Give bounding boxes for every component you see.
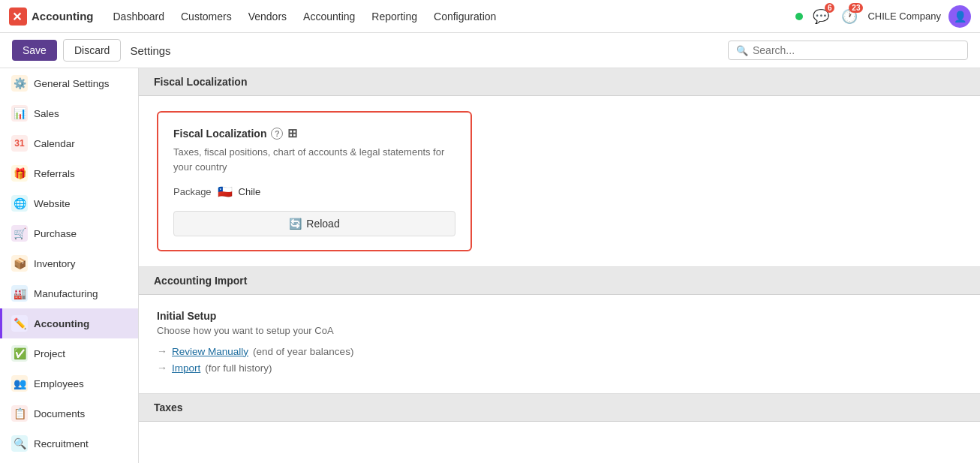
clock-button[interactable]: 🕐 23: [839, 6, 860, 27]
sidebar-item-inventory[interactable]: 📦 Inventory: [0, 248, 138, 278]
sidebar-item-general-settings[interactable]: ⚙️ General Settings: [0, 68, 138, 98]
sidebar-label-documents: Documents: [34, 408, 85, 419]
sidebar-label-calendar: Calendar: [34, 138, 75, 149]
search-container: 🔍: [728, 41, 968, 60]
sidebar-item-referrals[interactable]: 🎁 Referrals: [0, 158, 138, 188]
brand[interactable]: ✕ Accounting: [9, 8, 94, 26]
project-icon: ✅: [11, 345, 28, 362]
sidebar-label-manufacturing: Manufacturing: [34, 288, 98, 299]
sidebar-item-purchase[interactable]: 🛒 Purchase: [0, 218, 138, 248]
messages-badge: 6: [825, 3, 835, 13]
sidebar-item-employees[interactable]: 👥 Employees: [0, 368, 138, 398]
fiscal-localization-title: Fiscal Localization: [154, 76, 247, 88]
avatar[interactable]: 👤: [948, 5, 971, 28]
calendar-icon: 31: [11, 135, 28, 152]
recruitment-icon: 🔍: [11, 435, 28, 452]
sidebar-label-general-settings: General Settings: [34, 78, 110, 89]
sidebar-item-documents[interactable]: 📋 Documents: [0, 398, 138, 428]
package-row: Package 🇨🇱 Chile: [173, 185, 455, 199]
accounting-import-section-header: Accounting Import: [139, 267, 980, 295]
reload-label: Reload: [306, 218, 339, 230]
review-manually-label[interactable]: Review Manually: [172, 346, 248, 357]
sidebar-item-calendar[interactable]: 31 Calendar: [0, 128, 138, 158]
taxes-section-header: Taxes: [139, 394, 980, 422]
sidebar: ⚙️ General Settings 📊 Sales 31 Calendar …: [0, 68, 139, 463]
brand-icon: ✕: [9, 8, 27, 26]
website-icon: 🌐: [11, 195, 28, 212]
sidebar-label-sales: Sales: [34, 108, 59, 119]
accounting-import-title: Accounting Import: [154, 275, 247, 287]
nav-customers[interactable]: Customers: [173, 6, 239, 27]
actionbar: Save Discard Settings 🔍: [0, 33, 980, 68]
referrals-icon: 🎁: [11, 165, 28, 182]
import-link[interactable]: → Import (for full history): [157, 362, 962, 374]
nav-reporting[interactable]: Reporting: [364, 6, 425, 27]
topnav-menu: Dashboard Customers Vendors Accounting R…: [106, 6, 796, 27]
manufacturing-icon: 🏭: [11, 285, 28, 302]
status-indicator: [795, 13, 803, 20]
clock-badge: 23: [849, 3, 863, 13]
nav-configuration[interactable]: Configuration: [426, 6, 504, 27]
chile-flag-icon: 🇨🇱: [218, 185, 233, 199]
sidebar-label-inventory: Inventory: [34, 258, 76, 269]
sidebar-label-purchase: Purchase: [34, 228, 77, 239]
messages-button[interactable]: 💬 6: [810, 6, 831, 27]
sidebar-label-recruitment: Recruitment: [34, 438, 89, 449]
fiscal-localization-card: Fiscal Localization ? ⊞ Taxes, fiscal po…: [157, 111, 472, 251]
sales-icon: 📊: [11, 105, 28, 122]
sidebar-item-accounting[interactable]: ✏️ Accounting: [0, 308, 138, 338]
brand-name: Accounting: [32, 10, 94, 23]
sidebar-label-project: Project: [34, 348, 65, 359]
grid-icon[interactable]: ⊞: [287, 126, 297, 140]
search-input[interactable]: [753, 44, 960, 56]
help-icon[interactable]: ?: [271, 128, 283, 140]
page-title: Settings: [130, 44, 170, 57]
documents-icon: 📋: [11, 405, 28, 422]
company-name: CHILE Company: [867, 11, 941, 22]
accounting-icon: ✏️: [11, 315, 28, 332]
content-area: Fiscal Localization Fiscal Localization …: [139, 68, 980, 463]
fiscal-card-title-row: Fiscal Localization ? ⊞: [173, 126, 455, 140]
sidebar-item-website[interactable]: 🌐 Website: [0, 188, 138, 218]
nav-dashboard[interactable]: Dashboard: [106, 6, 173, 27]
reload-button[interactable]: 🔄 Reload: [173, 211, 455, 236]
main-layout: ⚙️ General Settings 📊 Sales 31 Calendar …: [0, 68, 980, 463]
taxes-title: Taxes: [154, 401, 183, 413]
employees-icon: 👥: [11, 375, 28, 392]
search-icon: 🔍: [736, 45, 748, 56]
sidebar-item-manufacturing[interactable]: 🏭 Manufacturing: [0, 278, 138, 308]
nav-vendors[interactable]: Vendors: [241, 6, 294, 27]
topnav: ✕ Accounting Dashboard Customers Vendors…: [0, 0, 980, 33]
svg-text:✕: ✕: [12, 11, 22, 23]
initial-setup-title: Initial Setup: [157, 310, 962, 322]
sidebar-item-project[interactable]: ✅ Project: [0, 338, 138, 368]
sidebar-item-sales[interactable]: 📊 Sales: [0, 98, 138, 128]
sidebar-label-accounting: Accounting: [34, 318, 89, 329]
arrow-icon-1: →: [157, 345, 167, 357]
review-manually-link[interactable]: → Review Manually (end of year balances): [157, 345, 962, 357]
package-label: Package: [173, 186, 212, 197]
fiscal-localization-content: Fiscal Localization ? ⊞ Taxes, fiscal po…: [139, 96, 980, 267]
fiscal-localization-section-header: Fiscal Localization: [139, 68, 980, 96]
nav-accounting[interactable]: Accounting: [296, 6, 362, 27]
sidebar-label-website: Website: [34, 198, 71, 209]
accounting-import-content: Initial Setup Choose how you want to set…: [139, 295, 980, 394]
sidebar-item-recruitment[interactable]: 🔍 Recruitment: [0, 428, 138, 458]
save-button[interactable]: Save: [12, 40, 57, 61]
sidebar-label-employees: Employees: [34, 378, 84, 389]
inventory-icon: 📦: [11, 255, 28, 272]
topnav-right: 💬 6 🕐 23 CHILE Company 👤: [795, 5, 971, 28]
import-sub: (for full history): [205, 362, 272, 374]
sidebar-label-referrals: Referrals: [34, 168, 75, 179]
package-value: Chile: [239, 186, 261, 197]
initial-setup-desc: Choose how you want to setup your CoA: [157, 325, 962, 336]
reload-icon: 🔄: [289, 218, 302, 230]
arrow-icon-2: →: [157, 362, 167, 374]
general-settings-icon: ⚙️: [11, 75, 28, 92]
import-label[interactable]: Import: [172, 362, 200, 374]
purchase-icon: 🛒: [11, 225, 28, 242]
fiscal-card-title-text: Fiscal Localization: [173, 128, 266, 140]
fiscal-card-description: Taxes, fiscal positions, chart of accoun…: [173, 145, 455, 174]
review-manually-sub: (end of year balances): [253, 346, 353, 357]
discard-button[interactable]: Discard: [63, 39, 121, 62]
